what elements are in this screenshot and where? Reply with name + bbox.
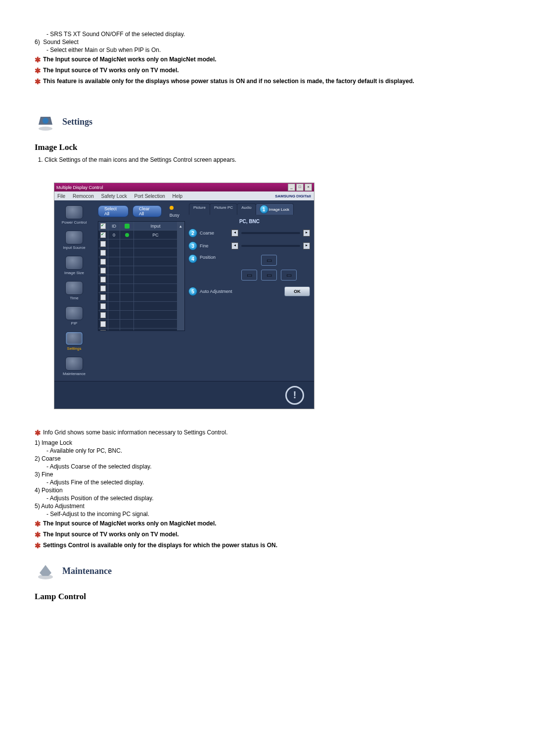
menu-file[interactable]: File xyxy=(57,193,65,199)
table-row xyxy=(98,293,184,302)
col-status-header xyxy=(120,222,134,231)
lower-star-text-1: The Input source of MagicNet works only … xyxy=(43,520,217,527)
fine-label: Fine xyxy=(200,243,228,248)
table-row xyxy=(98,329,184,331)
sidebar-item-maintenance[interactable]: Maintenance xyxy=(57,355,91,378)
row-checkbox[interactable] xyxy=(100,285,106,291)
row-checkbox[interactable] xyxy=(100,277,106,283)
row-id: 0 xyxy=(108,231,120,239)
grid-header: ID Input ▴ xyxy=(98,222,184,231)
row-checkbox[interactable] xyxy=(100,232,106,238)
ok-button[interactable]: OK xyxy=(284,286,310,296)
fine-slider[interactable] xyxy=(241,245,300,247)
menu-items: File Remocon Safety Lock Port Selection … xyxy=(57,193,188,199)
menu-port-selection[interactable]: Port Selection xyxy=(134,193,165,199)
sidebar-label: Time xyxy=(57,296,91,300)
position-left-button[interactable]: ▭ xyxy=(241,270,257,281)
row-checkbox[interactable] xyxy=(100,321,106,327)
list-item: 5) Auto Adjustment xyxy=(35,503,499,510)
fine-decrement[interactable]: ◂ xyxy=(231,242,238,249)
sidebar-item-input-source[interactable]: Input Source xyxy=(57,229,91,252)
minimize-button[interactable]: _ xyxy=(288,184,295,191)
sidebar-item-pip[interactable]: PIP xyxy=(57,304,91,328)
fine-increment[interactable]: ▸ xyxy=(303,242,310,249)
info-grid-text: Info Grid shows some basic information n… xyxy=(43,429,228,436)
list-sub: - Adjusts Coarse of the selected display… xyxy=(46,463,499,470)
settings-step-1: Click Settings of the main icons and the… xyxy=(44,156,499,163)
menu-safety-lock[interactable]: Safety Lock xyxy=(101,193,127,199)
table-row xyxy=(98,239,184,248)
row-checkbox[interactable] xyxy=(100,250,106,256)
position-up-button[interactable]: ▭ xyxy=(261,255,277,266)
table-row xyxy=(98,320,184,329)
row-checkbox[interactable] xyxy=(100,259,106,265)
settings-icon xyxy=(35,111,56,133)
tab-picture-pc[interactable]: Picture PC xyxy=(210,203,237,215)
list-item: 4) Position xyxy=(35,487,499,494)
coarse-decrement[interactable]: ◂ xyxy=(231,230,238,236)
coarse-increment[interactable]: ▸ xyxy=(303,230,310,236)
callout-badge-5: 5 xyxy=(189,287,197,295)
sidebar-item-time[interactable]: Time xyxy=(57,279,91,302)
star-text-3: This feature is available only for the d… xyxy=(43,78,414,85)
lamp-control-heading: Lamp Control xyxy=(35,592,499,602)
tab-audio[interactable]: Audio xyxy=(237,203,256,215)
star-note-2: ✱The Input source of TV works only on TV… xyxy=(35,66,499,75)
image-lock-heading: Image Lock xyxy=(35,142,499,152)
col-id-header: ID xyxy=(108,222,120,231)
right-panel: Picture Picture PC Audio 1 Image Lock PC… xyxy=(189,200,314,381)
tab-image-lock[interactable]: 1 Image Lock xyxy=(256,203,294,215)
sidebar-item-settings[interactable]: Settings xyxy=(57,330,91,353)
busy-dot-icon xyxy=(170,206,174,210)
maintenance-title: Maintenance xyxy=(62,566,112,576)
maintenance-icon xyxy=(35,560,56,582)
sidebar-item-image-size[interactable]: Image Size xyxy=(57,254,91,277)
star-icon: ✱ xyxy=(35,428,41,437)
info-grid: ID Input ▴ 0 PC xyxy=(98,221,185,331)
menu-remocon[interactable]: Remocon xyxy=(73,193,94,199)
table-row xyxy=(98,266,184,275)
star-note-3: ✱This feature is available only for the … xyxy=(35,77,499,86)
sidebar-label: Image Size xyxy=(57,271,91,275)
row-checkbox[interactable] xyxy=(100,330,106,331)
row-checkbox[interactable] xyxy=(100,312,106,318)
tab-picture[interactable]: Picture xyxy=(189,203,210,215)
star-icon: ✱ xyxy=(35,520,41,528)
window-controls: _ □ × xyxy=(288,184,312,191)
header-checkbox[interactable] xyxy=(100,223,106,229)
position-down-button[interactable]: ▭ xyxy=(261,270,277,281)
app-titlebar: Multiple Display Control _ □ × xyxy=(54,183,314,191)
info-grid-note: ✱Info Grid shows some basic information … xyxy=(35,428,499,437)
app-screenshot: Multiple Display Control _ □ × File Remo… xyxy=(54,183,314,409)
clear-all-button[interactable]: Clear All xyxy=(133,205,162,217)
row-checkbox[interactable] xyxy=(100,268,106,274)
close-button[interactable]: × xyxy=(305,184,312,191)
callout-badge-1: 1 xyxy=(260,205,268,213)
srs-sub: - SRS TS XT Sound ON/OFF of the selected… xyxy=(46,31,499,38)
table-row xyxy=(98,302,184,311)
lower-star-text-2: The Input source of TV works only on TV … xyxy=(43,531,179,538)
row-checkbox[interactable] xyxy=(100,294,106,300)
callout-badge-2: 2 xyxy=(189,229,197,237)
table-row xyxy=(98,311,184,320)
sidebar-label: Power Control xyxy=(57,220,91,225)
table-row[interactable]: 0 PC xyxy=(98,231,184,239)
position-right-button[interactable]: ▭ xyxy=(281,270,297,281)
svg-point-2 xyxy=(43,118,48,124)
lower-star-text-3: Settings Control is available only for t… xyxy=(43,542,277,549)
menu-help[interactable]: Help xyxy=(173,193,183,199)
row-checkbox[interactable] xyxy=(100,241,106,247)
position-label: Position xyxy=(200,255,228,260)
maximize-button[interactable]: □ xyxy=(296,184,304,191)
star-note-1: ✱The Input source of MagicNet works only… xyxy=(35,55,499,64)
select-all-button[interactable]: Select All xyxy=(98,205,129,217)
scroll-up-button[interactable]: ▴ xyxy=(178,222,184,231)
callout-badge-3: 3 xyxy=(189,242,197,250)
star-icon: ✱ xyxy=(35,55,41,64)
brand-label: SAMSUNG DIGITall xyxy=(275,194,311,198)
row-checkbox[interactable] xyxy=(100,303,106,309)
coarse-slider[interactable] xyxy=(241,232,300,234)
star-icon: ✱ xyxy=(35,530,41,539)
sidebar-item-power-control[interactable]: Power Control xyxy=(57,203,91,227)
row-status xyxy=(120,231,134,239)
